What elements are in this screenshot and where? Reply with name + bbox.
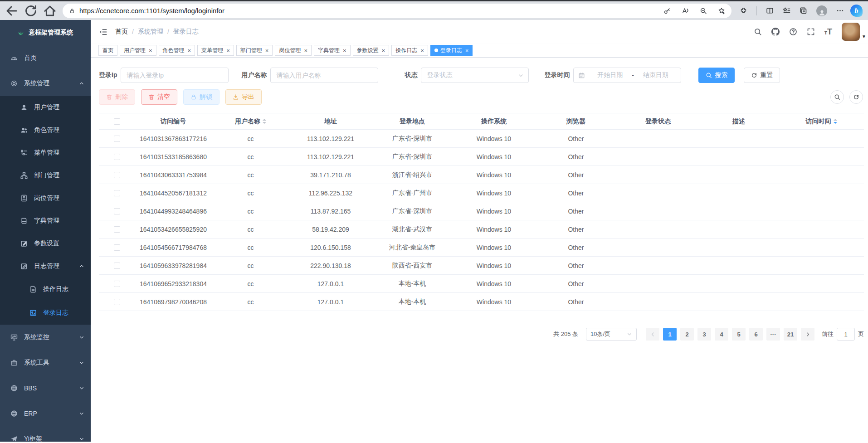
sidebar-item-label: 角色管理 <box>34 126 59 134</box>
row-checkbox[interactable] <box>114 244 120 251</box>
close-icon[interactable]: × <box>382 48 385 54</box>
site-info-lock-icon[interactable] <box>69 8 75 14</box>
fullscreen-icon[interactable] <box>807 28 815 36</box>
tab-岗位管理[interactable]: 岗位管理× <box>275 45 312 56</box>
close-icon[interactable]: × <box>226 48 230 54</box>
row-checkbox[interactable] <box>114 208 120 214</box>
page-5[interactable]: 5 <box>732 328 746 341</box>
close-icon[interactable]: × <box>420 48 424 54</box>
login-time-range-picker[interactable]: 开始日期 - 结束日期 <box>573 68 681 83</box>
page-6[interactable]: 6 <box>749 328 763 341</box>
goto-page-input[interactable] <box>837 328 855 341</box>
reset-button[interactable]: 重置 <box>744 68 780 83</box>
help-icon[interactable] <box>789 28 797 36</box>
cell-sel <box>99 130 135 148</box>
close-icon[interactable]: × <box>188 48 191 54</box>
login-ip-input[interactable] <box>121 68 229 83</box>
refresh-table-button[interactable] <box>849 90 863 104</box>
password-key-icon[interactable] <box>663 7 671 15</box>
page-21[interactable]: 21 <box>784 328 797 341</box>
row-checkbox[interactable] <box>114 172 120 178</box>
select-all-checkbox[interactable] <box>114 118 120 125</box>
row-checkbox[interactable] <box>114 136 120 142</box>
font-size-icon[interactable]: тT <box>824 27 832 37</box>
sidebar-item-operation-log[interactable]: 操作日志 <box>0 277 91 301</box>
browser-home-icon[interactable] <box>43 4 57 18</box>
user-avatar[interactable]: ▼ <box>842 23 860 41</box>
browser-reload-icon[interactable] <box>24 4 38 18</box>
pagination-ellipsis[interactable]: ··· <box>766 328 780 341</box>
search-button[interactable]: 搜索 <box>698 68 735 83</box>
tab-操作日志[interactable]: 操作日志× <box>391 45 428 56</box>
extensions-icon[interactable] <box>740 7 747 15</box>
github-icon[interactable] <box>771 28 780 36</box>
sidebar-item-login-log[interactable]: 登录日志 <box>0 301 91 325</box>
close-icon[interactable]: × <box>343 48 346 54</box>
tab-参数设置[interactable]: 参数设置× <box>353 45 390 56</box>
tab-用户管理[interactable]: 用户管理× <box>120 45 156 56</box>
tab-角色管理[interactable]: 角色管理× <box>159 45 195 56</box>
tab-菜单管理[interactable]: 菜单管理× <box>197 45 234 56</box>
status-select[interactable]: 登录状态 <box>421 68 529 83</box>
app-logo[interactable]: 意框架管理系统 <box>0 20 91 45</box>
split-screen-icon[interactable] <box>766 7 774 15</box>
row-checkbox[interactable] <box>114 281 120 287</box>
breadcrumb-item[interactable]: 首页 <box>115 28 128 36</box>
row-checkbox[interactable] <box>114 226 120 233</box>
sidebar-toggle-icon[interactable] <box>99 28 107 36</box>
toggle-search-button[interactable] <box>830 90 844 104</box>
tab-登录日志[interactable]: 登录日志× <box>430 45 473 56</box>
close-icon[interactable]: × <box>465 48 469 54</box>
sort-caret-icon[interactable] <box>834 119 837 124</box>
row-checkbox[interactable] <box>114 299 120 305</box>
next-page-button[interactable] <box>801 328 814 341</box>
sidebar-item-dict-mgmt[interactable]: 字典管理 <box>0 209 91 232</box>
sidebar-item-menu-mgmt[interactable]: 菜单管理 <box>0 141 91 164</box>
prev-page-button[interactable] <box>646 328 659 341</box>
sidebar-item-system-mgmt[interactable]: 系统管理 <box>0 71 91 96</box>
tab-首页[interactable]: 首页 <box>98 45 117 56</box>
row-checkbox[interactable] <box>114 154 120 160</box>
zoom-out-icon[interactable] <box>700 7 707 15</box>
delete-button[interactable]: 删除 <box>99 89 135 105</box>
sidebar-item-dept-mgmt[interactable]: 部门管理 <box>0 164 91 187</box>
sidebar-item-role-mgmt[interactable]: 角色管理 <box>0 119 91 141</box>
address-bar[interactable]: https://ccnetcore.com:1101/system/log/lo… <box>63 4 731 18</box>
browser-profile-avatar[interactable] <box>816 5 827 16</box>
unlock-button[interactable]: 解锁 <box>183 89 219 105</box>
tab-部门管理[interactable]: 部门管理× <box>236 45 273 56</box>
read-aloud-icon[interactable] <box>682 7 689 15</box>
sidebar-item-post-mgmt[interactable]: 岗位管理 <box>0 187 91 209</box>
collections-icon[interactable] <box>800 7 807 15</box>
clear-button[interactable]: 清空 <box>141 89 177 105</box>
sidebar-item-sys-tools[interactable]: 系统工具 <box>0 350 91 375</box>
close-icon[interactable]: × <box>304 48 307 54</box>
page-1[interactable]: 1 <box>663 328 677 341</box>
add-favorite-star-icon[interactable] <box>718 7 725 15</box>
sidebar-item-bbs[interactable]: BBS <box>0 375 91 401</box>
favorites-bar-icon[interactable] <box>783 7 790 15</box>
page-4[interactable]: 4 <box>715 328 728 341</box>
sidebar-item-sys-monitor[interactable]: 系统监控 <box>0 325 91 350</box>
tab-字典管理[interactable]: 字典管理× <box>314 45 351 56</box>
row-checkbox[interactable] <box>114 263 120 269</box>
sidebar-item-user-mgmt[interactable]: 用户管理 <box>0 96 91 119</box>
browser-back-icon[interactable] <box>5 4 19 18</box>
copilot-icon[interactable]: b <box>850 5 863 17</box>
row-checkbox[interactable] <box>114 190 120 196</box>
page-size-select[interactable]: 10条/页 <box>586 328 637 341</box>
close-icon[interactable]: × <box>149 48 152 54</box>
sidebar-item-yi-framework[interactable]: Yi框架 <box>0 426 91 442</box>
header-search-icon[interactable] <box>754 28 762 36</box>
sort-caret-icon[interactable] <box>263 119 266 124</box>
sidebar-item-log-mgmt[interactable]: 日志管理 <box>0 255 91 277</box>
page-2[interactable]: 2 <box>680 328 694 341</box>
sidebar-item-param-settings[interactable]: 参数设置 <box>0 232 91 255</box>
user-name-input[interactable] <box>270 68 378 83</box>
sidebar-item-home[interactable]: 首页 <box>0 45 91 71</box>
close-icon[interactable]: × <box>265 48 269 54</box>
export-button[interactable]: 导出 <box>225 89 262 105</box>
page-3[interactable]: 3 <box>697 328 711 341</box>
sidebar-item-erp[interactable]: ERP <box>0 401 91 426</box>
browser-more-icon[interactable] <box>836 7 844 15</box>
